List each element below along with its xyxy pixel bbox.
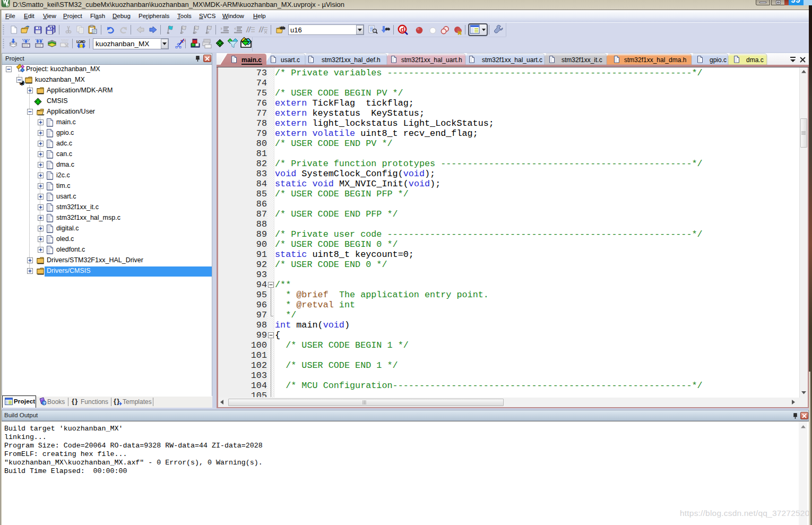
svg-text:LOAD: LOAD <box>76 39 86 44</box>
svg-text:5: 5 <box>7 3 9 7</box>
svg-text:d: d <box>401 25 405 33</box>
svg-text://: // <box>246 25 252 34</box>
svg-text://: // <box>258 25 264 34</box>
svg-text:?: ? <box>43 401 46 406</box>
